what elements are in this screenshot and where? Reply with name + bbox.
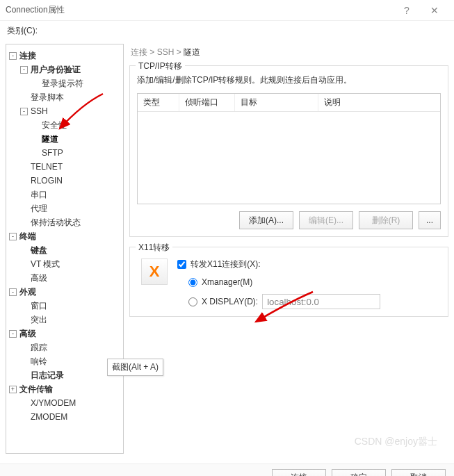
tree-item-安全性[interactable]: 安全性 bbox=[9, 118, 120, 132]
ok-button[interactable]: 确定 bbox=[332, 469, 386, 477]
tree-item-隧道[interactable]: 隧道 bbox=[9, 132, 120, 146]
tree-label: 日志记录 bbox=[31, 370, 64, 381]
tree-item-串口[interactable]: 串口 bbox=[9, 188, 120, 202]
tree-toggle-icon[interactable]: - bbox=[9, 288, 17, 296]
tree-label: 高级 bbox=[19, 328, 36, 340]
tree-item-键盘[interactable]: 键盘 bbox=[9, 243, 120, 257]
x11-group: X11转移 X 转发X11连接到(X): Xmanager(M) X DISPL… bbox=[129, 247, 448, 317]
tree-item-跟踪[interactable]: 跟踪 bbox=[9, 340, 120, 354]
tree-label: SFTP bbox=[42, 148, 63, 158]
tree-item-突出[interactable]: 突出 bbox=[9, 313, 120, 327]
tree-label: 串口 bbox=[31, 189, 47, 201]
tree-item-ZMODEM[interactable]: ZMODEM bbox=[9, 410, 120, 424]
tree-item-日志记录[interactable]: 日志记录 bbox=[9, 368, 120, 382]
category-tree[interactable]: -连接-用户身份验证登录提示符登录脚本-SSH安全性隧道SFTPTELNETRL… bbox=[6, 44, 124, 454]
xdisplay-radio[interactable] bbox=[188, 297, 197, 306]
crumb-c: 隧道 bbox=[184, 47, 200, 57]
tree-item-TELNET[interactable]: TELNET bbox=[9, 160, 120, 174]
tree-label: 外观 bbox=[19, 286, 36, 298]
tree-item-终端[interactable]: -终端 bbox=[9, 229, 120, 243]
tree-label: 响铃 bbox=[31, 356, 47, 368]
edit-button: 编辑(E)... bbox=[299, 211, 353, 229]
col-port[interactable]: 侦听端口 bbox=[179, 94, 235, 111]
tree-label: 突出 bbox=[31, 314, 47, 326]
remove-button: 删除(R) bbox=[359, 211, 413, 229]
tree-item-代理[interactable]: 代理 bbox=[9, 202, 120, 215]
xdisplay-input[interactable] bbox=[262, 294, 380, 309]
tree-item-X/YMODEM[interactable]: X/YMODEM bbox=[9, 396, 120, 410]
tree-toggle-icon[interactable]: + bbox=[9, 386, 17, 393]
dialog-footer: 连接 确定 取消 bbox=[0, 463, 454, 476]
tree-toggle-icon[interactable]: - bbox=[9, 330, 17, 338]
tree-toggle-icon[interactable]: - bbox=[20, 66, 28, 74]
cancel-button[interactable]: 取消 bbox=[391, 469, 446, 477]
help-button[interactable]: ? bbox=[393, 5, 421, 16]
tree-label: VT 模式 bbox=[31, 258, 60, 270]
crumb-b[interactable]: SSH bbox=[157, 47, 175, 57]
close-button[interactable]: ✕ bbox=[421, 5, 448, 16]
col-type[interactable]: 类型 bbox=[138, 94, 179, 111]
category-label: 类别(C): bbox=[7, 25, 454, 37]
tree-label: RLOGIN bbox=[31, 176, 63, 186]
more-button[interactable]: ... bbox=[419, 211, 441, 229]
titlebar: Connection属性 ? ✕ bbox=[0, 0, 454, 21]
tree-label: 保持活动状态 bbox=[31, 217, 81, 229]
tree-toggle-icon[interactable]: - bbox=[9, 52, 17, 60]
tcpip-desc: 添加/编辑/删除TCP/IP转移规则。此规则连接后自动应用。 bbox=[137, 74, 441, 86]
tree-item-连接[interactable]: -连接 bbox=[9, 49, 120, 63]
tcpip-group: TCP/IP转移 添加/编辑/删除TCP/IP转移规则。此规则连接后自动应用。 … bbox=[129, 65, 448, 237]
tree-label: 隧道 bbox=[42, 133, 58, 145]
tree-item-文件传输[interactable]: +文件传输 bbox=[9, 382, 120, 396]
xmanager-radio[interactable] bbox=[188, 278, 197, 287]
tree-item-窗口[interactable]: 窗口 bbox=[9, 299, 120, 313]
tree-label: ZMODEM bbox=[31, 412, 67, 422]
tree-label: 连接 bbox=[19, 50, 36, 62]
tree-label: X/YMODEM bbox=[31, 398, 76, 408]
forward-x11-checkbox[interactable] bbox=[177, 260, 186, 269]
tree-label: 窗口 bbox=[31, 300, 47, 312]
tree-item-高级[interactable]: -高级 bbox=[9, 327, 120, 340]
xmanager-icon: X bbox=[141, 258, 168, 285]
tree-label: 终端 bbox=[19, 231, 36, 243]
window-title: Connection属性 bbox=[6, 4, 393, 16]
tree-item-登录提示符[interactable]: 登录提示符 bbox=[9, 76, 120, 90]
tree-label: 代理 bbox=[31, 203, 47, 215]
xdisplay-label: X DISPLAY(D): bbox=[202, 297, 258, 306]
tcpip-title: TCP/IP转移 bbox=[136, 60, 185, 72]
screenshot-tooltip: 截图(Alt + A) bbox=[107, 359, 163, 376]
tree-item-SFTP[interactable]: SFTP bbox=[9, 146, 120, 160]
tree-item-高级[interactable]: 高级 bbox=[9, 271, 120, 285]
tcpip-grid[interactable]: 类型 侦听端口 目标 说明 bbox=[137, 93, 441, 204]
tree-label: 用户身份验证 bbox=[31, 64, 81, 76]
tree-toggle-icon[interactable]: - bbox=[20, 108, 28, 115]
tree-item-保持活动状态[interactable]: 保持活动状态 bbox=[9, 215, 120, 229]
tree-label: 跟踪 bbox=[31, 342, 47, 354]
connect-button[interactable]: 连接 bbox=[272, 469, 326, 477]
tree-label: 文件传输 bbox=[19, 384, 53, 395]
tree-label: TELNET bbox=[31, 162, 63, 172]
tree-label: 键盘 bbox=[31, 245, 47, 256]
tree-label: 登录提示符 bbox=[42, 78, 83, 90]
crumb-a[interactable]: 连接 bbox=[131, 47, 147, 57]
tree-item-RLOGIN[interactable]: RLOGIN bbox=[9, 174, 120, 188]
tree-item-响铃[interactable]: 响铃 bbox=[9, 354, 120, 368]
col-target[interactable]: 目标 bbox=[235, 94, 318, 111]
add-button[interactable]: 添加(A)... bbox=[239, 211, 293, 229]
x11-title: X11转移 bbox=[136, 242, 172, 254]
tree-item-外观[interactable]: -外观 bbox=[9, 285, 120, 299]
xmanager-label: Xmanager(M) bbox=[202, 277, 252, 287]
tree-label: 高级 bbox=[31, 272, 47, 284]
tree-toggle-icon[interactable]: - bbox=[9, 233, 17, 240]
tree-item-登录脚本[interactable]: 登录脚本 bbox=[9, 90, 120, 104]
tree-label: 安全性 bbox=[42, 120, 67, 131]
tree-label: SSH bbox=[31, 106, 48, 116]
tree-item-VT 模式[interactable]: VT 模式 bbox=[9, 257, 120, 271]
forward-x11-label: 转发X11连接到(X): bbox=[190, 258, 261, 270]
tree-label: 登录脚本 bbox=[31, 92, 64, 104]
col-desc[interactable]: 说明 bbox=[318, 94, 440, 111]
tree-item-用户身份验证[interactable]: -用户身份验证 bbox=[9, 63, 120, 76]
tree-item-SSH[interactable]: -SSH bbox=[9, 104, 120, 118]
